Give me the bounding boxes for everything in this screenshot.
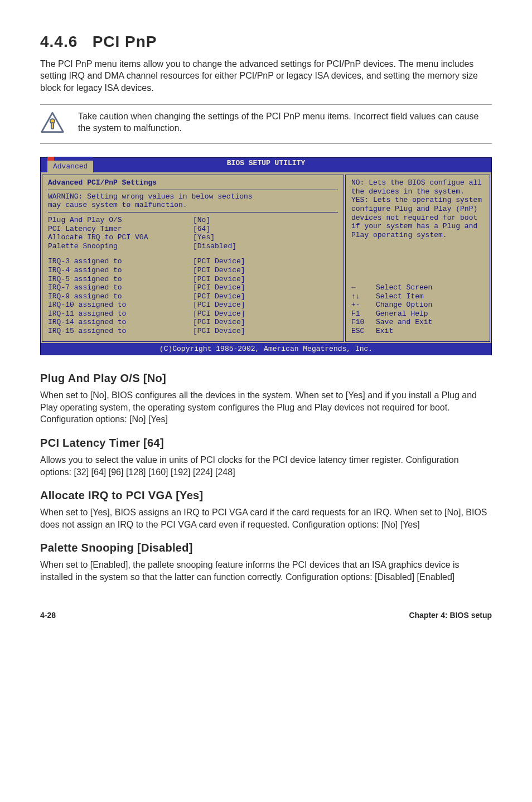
subheading-allocate-irq: Allocate IRQ to PCI VGA [Yes]: [40, 488, 492, 503]
bios-main-panel: Advanced PCI/PnP Settings WARNING: Setti…: [42, 175, 344, 342]
svg-rect-2: [51, 123, 54, 129]
bios-nav-row: F10Save and Exit: [351, 318, 484, 327]
bios-setting-value: [PCI Device]: [193, 292, 245, 301]
bios-setting-label: IRQ-14 assigned to: [48, 318, 193, 327]
bios-setting-row[interactable]: IRQ-9 assigned to[PCI Device]: [48, 292, 338, 301]
bios-titlebar: BIOS SETUP UTILITY Advanced: [41, 158, 491, 172]
bios-nav-row: +-Change Option: [351, 301, 484, 310]
bios-tab-label: Advanced: [53, 162, 88, 171]
caution-callout: Take caution when changing the settings …: [40, 104, 492, 144]
bios-setting-value: [64]: [193, 225, 210, 234]
bios-setting-row[interactable]: Allocate IRQ to PCI VGA [Yes]: [48, 233, 338, 242]
bios-settings-group-a: Plug And Play O/S [No] PCI Latency Timer…: [48, 216, 338, 250]
bios-setting-value: [Disabled]: [193, 242, 236, 251]
bios-setting-label: IRQ-9 assigned to: [48, 292, 193, 301]
nav-desc: Exit: [376, 327, 393, 336]
bios-setting-label: Allocate IRQ to PCI VGA: [48, 233, 193, 242]
chapter-title: Chapter 4: BIOS setup: [409, 610, 492, 621]
bios-utility-title: BIOS SETUP UTILITY: [227, 159, 305, 168]
bios-setting-label: IRQ-15 assigned to: [48, 327, 193, 336]
bios-setting-row[interactable]: Plug And Play O/S [No]: [48, 216, 338, 225]
tab-accent-icon: [47, 157, 54, 161]
bios-setting-value: [PCI Device]: [193, 318, 245, 327]
warning-icon: [40, 110, 65, 138]
bios-help-panel: NO: Lets the BIOS configue all the devic…: [345, 175, 490, 342]
bios-setting-row[interactable]: IRQ-11 assigned to[PCI Device]: [48, 310, 338, 318]
bios-nav-row: ↑↓Select Item: [351, 292, 484, 301]
nav-key: +-: [351, 301, 376, 310]
bios-setting-label: IRQ-10 assigned to: [48, 301, 193, 310]
bios-screen: BIOS SETUP UTILITY Advanced Advanced PCI…: [40, 157, 492, 355]
nav-key: ↑↓: [351, 292, 376, 301]
nav-key: ESC: [351, 327, 376, 336]
bios-setting-value: [PCI Device]: [193, 266, 245, 275]
spacer: [48, 250, 338, 257]
bios-setting-row[interactable]: IRQ-4 assigned to[PCI Device]: [48, 266, 338, 275]
body-plug-and-play: When set to [No], BIOS configures all th…: [40, 389, 492, 426]
bios-nav-row: ESCExit: [351, 327, 484, 336]
bios-setting-row[interactable]: Palette Snooping [Disabled]: [48, 242, 338, 251]
body-palette-snooping: When set to [Enabled], the pallete snoop…: [40, 559, 492, 583]
nav-desc: Save and Exit: [376, 318, 432, 327]
bios-setting-row[interactable]: IRQ-5 assigned to[PCI Device]: [48, 275, 338, 284]
section-number: 4.4.6: [40, 33, 78, 50]
nav-desc: Change Option: [376, 301, 432, 310]
section-heading: 4.4.6 PCI PnP: [40, 31, 492, 52]
bios-setting-label: IRQ-5 assigned to: [48, 275, 193, 284]
bios-copyright: (C)Copyright 1985-2002, American Megatre…: [41, 343, 491, 355]
page-number: 4-28: [40, 610, 56, 621]
bios-setting-label: PCI Latency Timer: [48, 225, 193, 234]
bios-setting-row[interactable]: IRQ-3 assigned to[PCI Device]: [48, 257, 338, 266]
bios-nav-keys: ←Select Screen ↑↓Select Item +-Change Op…: [351, 283, 484, 336]
bios-setting-row[interactable]: IRQ-15 assigned to[PCI Device]: [48, 327, 338, 336]
nav-desc: General Help: [376, 310, 428, 318]
bios-setting-label: IRQ-4 assigned to: [48, 266, 193, 275]
bios-nav-row: F1General Help: [351, 310, 484, 318]
bios-setting-row[interactable]: PCI Latency Timer [64]: [48, 225, 338, 234]
body-pci-latency: Allows you to select the value in units …: [40, 454, 492, 478]
bios-nav-row: ←Select Screen: [351, 283, 484, 292]
bios-setting-label: Plug And Play O/S: [48, 216, 193, 225]
nav-desc: Select Screen: [376, 283, 432, 292]
nav-key: F1: [351, 310, 376, 318]
caution-text: Take caution when changing the settings …: [78, 110, 492, 134]
bios-setting-row[interactable]: IRQ-14 assigned to[PCI Device]: [48, 318, 338, 327]
bios-setting-label: Palette Snooping: [48, 242, 193, 251]
subheading-palette-snooping: Palette Snooping [Disabled]: [40, 540, 492, 555]
bios-warning-box: WARNING: Setting wrong values in below s…: [48, 190, 338, 212]
bios-warning-line1: WARNING: Setting wrong values in below s…: [48, 192, 338, 201]
subheading-pci-latency: PCI Latency Timer [64]: [40, 436, 492, 451]
bios-setting-label: IRQ-11 assigned to: [48, 310, 193, 318]
bios-help-text: NO: Lets the BIOS configue all the devic…: [351, 178, 484, 239]
bios-body: Advanced PCI/PnP Settings WARNING: Setti…: [41, 172, 491, 343]
bios-setting-value: [PCI Device]: [193, 283, 245, 292]
bios-settings-group-b: IRQ-3 assigned to[PCI Device] IRQ-4 assi…: [48, 257, 338, 335]
bios-setting-value: [PCI Device]: [193, 301, 245, 310]
bios-tab-advanced[interactable]: Advanced: [47, 157, 93, 173]
bios-setting-row[interactable]: IRQ-10 assigned to[PCI Device]: [48, 301, 338, 310]
intro-paragraph: The PCI PnP menu items allow you to chan…: [40, 58, 492, 94]
section-title: PCI PnP: [93, 33, 157, 50]
bios-setting-value: [No]: [193, 216, 210, 225]
bios-setting-value: [Yes]: [193, 233, 215, 242]
bios-setting-value: [PCI Device]: [193, 275, 245, 284]
bios-panel-title: Advanced PCI/PnP Settings: [48, 178, 338, 187]
page-footer: 4-28 Chapter 4: BIOS setup: [40, 610, 492, 621]
bios-setting-row[interactable]: IRQ-7 assigned to[PCI Device]: [48, 283, 338, 292]
body-allocate-irq: When set to [Yes], BIOS assigns an IRQ t…: [40, 506, 492, 530]
bios-warning-line2: may cause system to malfunction.: [48, 201, 338, 210]
bios-setting-value: [PCI Device]: [193, 327, 245, 336]
nav-key: ←: [351, 283, 376, 292]
bios-setting-value: [PCI Device]: [193, 257, 245, 266]
nav-key: F10: [351, 318, 376, 327]
bios-setting-label: IRQ-7 assigned to: [48, 283, 193, 292]
nav-desc: Select Item: [376, 292, 424, 301]
bios-setting-label: IRQ-3 assigned to: [48, 257, 193, 266]
bios-setting-value: [PCI Device]: [193, 310, 245, 318]
subheading-plug-and-play: Plug And Play O/S [No]: [40, 371, 492, 386]
